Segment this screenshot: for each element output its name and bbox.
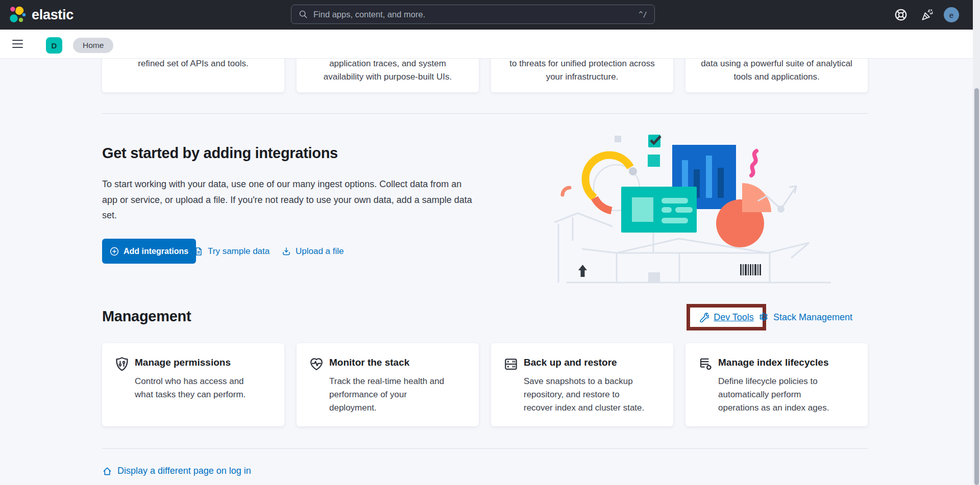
section-divider: [102, 113, 868, 114]
user-avatar[interactable]: e: [944, 7, 959, 22]
elastic-logo[interactable]: elastic: [7, 4, 74, 26]
upload-file-label: Upload a file: [296, 246, 344, 257]
section-divider: [102, 448, 868, 449]
card-title: Back up and restore: [524, 357, 617, 368]
plus-circle-icon: [110, 247, 119, 256]
gear-icon: [758, 312, 769, 322]
stack-management-label: Stack Management: [773, 312, 852, 323]
breadcrumb-home[interactable]: Home: [73, 38, 113, 53]
get-started-title: Get started by adding integrations: [102, 145, 338, 162]
scrollbar-thumb[interactable]: [974, 88, 979, 485]
card-title: Manage permissions: [135, 357, 231, 368]
elastic-logo-icon: [7, 5, 28, 25]
management-title: Management: [102, 308, 191, 325]
help-icon[interactable]: [894, 8, 908, 21]
menu-icon[interactable]: [12, 37, 27, 51]
wrench-icon: [699, 312, 709, 322]
brand-text: elastic: [32, 7, 74, 23]
stack-management-link[interactable]: Stack Management: [758, 310, 852, 324]
card-description: Track the real-time health and performan…: [329, 375, 453, 415]
integrations-illustration: [551, 126, 837, 286]
search-icon: [299, 10, 308, 19]
try-sample-data-label: Try sample data: [208, 246, 270, 257]
top-header: elastic ^/ e: [0, 0, 980, 30]
add-integrations-label: Add integrations: [124, 247, 188, 256]
backup-restore-card[interactable]: Back up and restore Save snapshots to a …: [491, 343, 673, 426]
breadcrumb-bar: [0, 30, 980, 59]
manage-permissions-card[interactable]: Manage permissions Control who has acces…: [102, 343, 284, 426]
devtools-highlight-box: Dev Tools: [687, 304, 766, 330]
breadcrumb-home-label: Home: [83, 41, 104, 50]
heart-pulse-icon: [309, 356, 324, 372]
space-badge-label: D: [52, 41, 57, 50]
avatar-initial: e: [949, 11, 953, 19]
change-home-route-label: Display a different page on log in: [117, 466, 251, 476]
index-lifecycle-icon: [698, 356, 713, 372]
search-shortcut-hint: ^/: [639, 10, 647, 18]
dev-tools-link[interactable]: Dev Tools: [699, 312, 754, 323]
monitor-stack-card[interactable]: Monitor the stack Track the real-time he…: [297, 343, 479, 426]
card-title: Monitor the stack: [329, 357, 409, 368]
card-description: Define lifecycle policies to automatical…: [718, 375, 842, 415]
change-home-route-link[interactable]: Display a different page on log in: [102, 464, 251, 478]
add-integrations-button[interactable]: Add integrations: [102, 239, 196, 264]
storage-icon: [503, 356, 519, 372]
card-description: Save snapshots to a backup repository, a…: [524, 375, 647, 415]
document-icon: [194, 247, 203, 256]
party-popper-icon[interactable]: [921, 8, 934, 21]
try-sample-data-link[interactable]: Try sample data: [194, 239, 270, 264]
search-input[interactable]: [312, 9, 634, 20]
global-search[interactable]: ^/: [291, 5, 655, 24]
index-lifecycles-card[interactable]: Manage index lifecycles Define lifecycle…: [685, 343, 868, 426]
home-icon: [102, 466, 112, 476]
dev-tools-label: Dev Tools: [714, 312, 754, 323]
card-description: Control who has access and what tasks th…: [135, 375, 258, 401]
import-icon: [282, 247, 291, 256]
shield-permissions-icon: [114, 356, 130, 372]
get-started-description: To start working with your data, use one…: [102, 176, 472, 223]
space-badge[interactable]: D: [46, 37, 62, 54]
card-title: Manage index lifecycles: [718, 357, 829, 368]
upload-file-link[interactable]: Upload a file: [282, 239, 344, 264]
